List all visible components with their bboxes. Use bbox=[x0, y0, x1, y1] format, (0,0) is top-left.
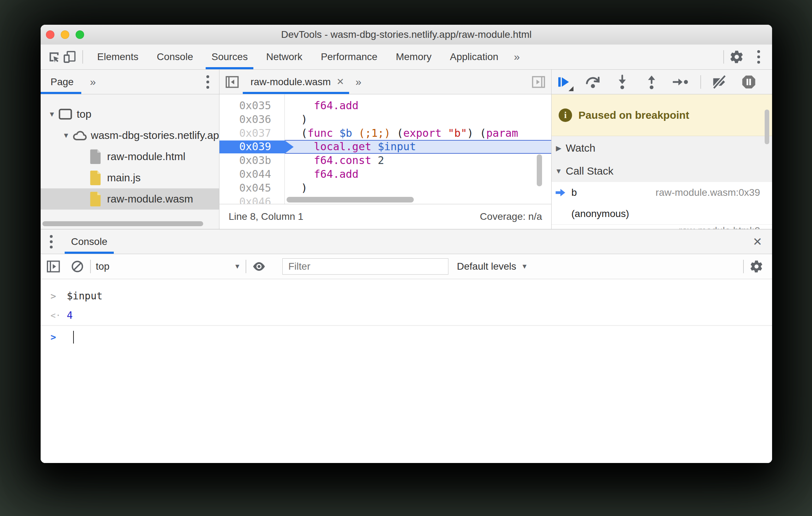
call-stack-frame[interactable]: (anonymous) bbox=[552, 203, 772, 225]
drawer-tab-console[interactable]: Console bbox=[67, 229, 111, 254]
code-line[interactable]: 0x03b f64.const 2 bbox=[219, 154, 551, 168]
console-prompt[interactable]: > bbox=[41, 327, 772, 347]
editor-horizontal-scrollbar[interactable] bbox=[287, 197, 414, 203]
devtools-window: DevTools - wasm-dbg-stories.netlify.app/… bbox=[41, 25, 772, 463]
console-toolbar: top ▼ Default levels ▼ bbox=[41, 254, 772, 279]
settings-gear-icon[interactable] bbox=[729, 49, 745, 65]
editor-tab-raw-module-wasm[interactable]: raw-module.wasm ✕ bbox=[243, 70, 349, 94]
line-number[interactable]: 0x036 bbox=[219, 113, 285, 127]
execution-context-select[interactable]: top ▼ bbox=[96, 261, 241, 272]
clear-console-icon[interactable] bbox=[70, 259, 85, 274]
step-out-icon[interactable] bbox=[642, 72, 661, 92]
resume-script-icon[interactable] bbox=[554, 72, 573, 92]
tab-network[interactable]: Network bbox=[257, 45, 312, 69]
code-line[interactable]: 0x044 f64.add bbox=[219, 168, 551, 181]
navigator-menu-icon[interactable] bbox=[200, 75, 216, 89]
hide-navigator-icon[interactable] bbox=[224, 74, 240, 90]
show-debugger-sidebar-icon[interactable] bbox=[531, 74, 546, 90]
console-settings-gear-icon[interactable] bbox=[749, 259, 764, 274]
window-title: DevTools - wasm-dbg-stories.netlify.app/… bbox=[41, 25, 772, 45]
call-stack-frame[interactable]: b raw-module.wasm:0x39 bbox=[552, 182, 772, 204]
main-toolbar: Elements Console Sources Network Perform… bbox=[41, 45, 772, 70]
pause-on-exceptions-icon[interactable] bbox=[739, 72, 759, 92]
console-messages[interactable]: > $input <· 4 > bbox=[41, 279, 772, 463]
console-toolbar-separator bbox=[743, 260, 744, 273]
toolbar-separator bbox=[723, 50, 724, 64]
line-number[interactable]: 0x044 bbox=[219, 168, 285, 181]
tree-item-label: top bbox=[77, 108, 92, 120]
line-number[interactable]: 0x035 bbox=[219, 99, 285, 113]
line-number[interactable]: 0x037 bbox=[219, 127, 285, 140]
coverage-status: Coverage: n/a bbox=[480, 211, 542, 222]
navigator-horizontal-scrollbar[interactable] bbox=[42, 221, 203, 226]
tree-item-main-js[interactable]: main.js bbox=[41, 167, 219, 188]
line-number[interactable]: 0x045 bbox=[219, 181, 285, 195]
deactivate-breakpoints-icon[interactable] bbox=[710, 72, 729, 92]
tab-sources[interactable]: Sources bbox=[202, 45, 257, 69]
tree-item-raw-module-html[interactable]: raw-module.html bbox=[41, 146, 219, 167]
frame-icon bbox=[58, 108, 77, 120]
source-editor[interactable]: 0x035 f64.add 0x036 ) 0x037 (func $b (;1… bbox=[219, 94, 551, 204]
titlebar[interactable]: DevTools - wasm-dbg-stories.netlify.app/… bbox=[41, 25, 772, 45]
editor-tab-label: raw-module.wasm bbox=[251, 76, 331, 88]
close-tab-icon[interactable]: ✕ bbox=[336, 76, 344, 87]
device-toolbar-icon[interactable] bbox=[62, 49, 77, 65]
debugger-toolbar bbox=[552, 70, 772, 94]
caret-down-icon[interactable]: ▼ bbox=[46, 110, 58, 118]
tab-performance[interactable]: Performance bbox=[312, 45, 387, 69]
devtools-menu-icon[interactable] bbox=[751, 50, 766, 64]
step-over-icon[interactable] bbox=[583, 72, 603, 92]
file-script-icon bbox=[89, 191, 107, 207]
execution-line[interactable]: 0x039 local.get $input bbox=[219, 140, 551, 154]
tab-console[interactable]: Console bbox=[148, 45, 202, 69]
active-frame-arrow-icon bbox=[555, 182, 567, 203]
tree-item-origin[interactable]: ▼ wasm-dbg-stories.netlify.app bbox=[41, 125, 219, 146]
console-result-value: 4 bbox=[67, 310, 73, 321]
tab-page[interactable]: Page bbox=[41, 70, 83, 94]
inspect-element-icon[interactable] bbox=[46, 49, 62, 65]
tree-item-raw-module-wasm[interactable]: raw-module.wasm bbox=[41, 188, 219, 210]
console-input-entry[interactable]: > $input bbox=[41, 286, 772, 306]
more-navigator-tabs-icon[interactable]: » bbox=[83, 76, 102, 88]
code-line[interactable]: 0x037 (func $b (;1;) (export "b") (param bbox=[219, 127, 551, 140]
tree-item-label: wasm-dbg-stories.netlify.app bbox=[91, 129, 219, 141]
caret-down-icon[interactable]: ▼ bbox=[60, 131, 72, 140]
editor-vertical-scrollbar[interactable] bbox=[537, 154, 542, 186]
log-levels-select[interactable]: Default levels ▼ bbox=[457, 261, 528, 272]
call-stack-section-header[interactable]: ▼ Call Stack bbox=[552, 160, 772, 182]
editor-statusbar: Line 8, Column 1 Coverage: n/a bbox=[219, 204, 551, 229]
tab-elements[interactable]: Elements bbox=[88, 45, 148, 69]
line-number[interactable]: 0x046 bbox=[219, 195, 285, 204]
code-line[interactable]: 0x045 ) bbox=[219, 181, 551, 195]
drawer-menu-icon[interactable] bbox=[41, 235, 62, 248]
call-stack-frame-clipped[interactable]: raw-module.html:2 bbox=[552, 224, 772, 229]
tree-item-top[interactable]: ▼ top bbox=[41, 104, 219, 125]
step-into-icon[interactable] bbox=[612, 72, 632, 92]
code-line[interactable]: 0x035 f64.add bbox=[219, 99, 551, 113]
execution-context-value: top bbox=[96, 261, 110, 272]
log-levels-value: Default levels bbox=[457, 261, 516, 272]
debugger-vertical-scrollbar[interactable] bbox=[765, 110, 769, 144]
editor-pane: raw-module.wasm ✕ » 0x035 f64.add bbox=[219, 70, 552, 229]
tab-application[interactable]: Application bbox=[441, 45, 507, 69]
console-filter-input[interactable] bbox=[282, 258, 448, 275]
more-tabs-icon[interactable]: » bbox=[507, 51, 526, 63]
watch-label: Watch bbox=[566, 142, 595, 154]
file-script-icon bbox=[89, 170, 107, 186]
navigator-header: Page » bbox=[41, 70, 219, 94]
paused-banner-text: Paused on breakpoint bbox=[578, 109, 689, 121]
step-icon[interactable] bbox=[671, 72, 691, 92]
paused-banner: i Paused on breakpoint bbox=[552, 94, 772, 136]
console-result-entry[interactable]: <· 4 bbox=[41, 306, 772, 326]
call-stack-label: Call Stack bbox=[566, 165, 613, 177]
prompt-chevron-icon: > bbox=[51, 332, 67, 342]
tab-memory[interactable]: Memory bbox=[387, 45, 441, 69]
line-number[interactable]: 0x03b bbox=[219, 154, 285, 168]
watch-section-header[interactable]: ▶ Watch bbox=[552, 136, 772, 160]
live-expression-eye-icon[interactable] bbox=[251, 259, 267, 274]
close-drawer-icon[interactable]: ✕ bbox=[743, 235, 772, 248]
more-editor-tabs-icon[interactable]: » bbox=[349, 76, 368, 88]
console-sidebar-toggle-icon[interactable] bbox=[46, 259, 61, 274]
execution-line-marker[interactable]: 0x039 bbox=[219, 140, 285, 154]
code-line[interactable]: 0x036 ) bbox=[219, 113, 551, 127]
